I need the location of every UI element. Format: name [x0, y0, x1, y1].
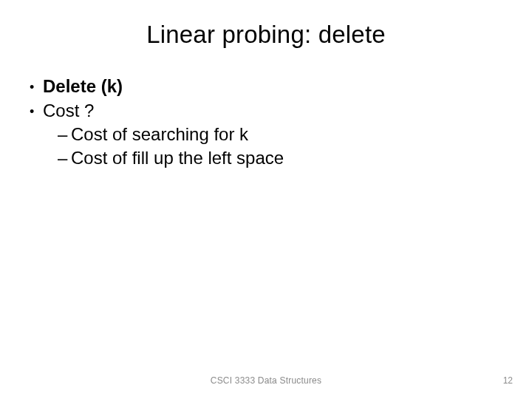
bullet-level1: • Delete (k) [30, 75, 502, 98]
slide-body: • Delete (k) • Cost ? – Cost of searchin… [0, 65, 532, 170]
bullet-dot-icon: • [30, 105, 43, 118]
bullet-level2: – Cost of searching for k [30, 123, 502, 146]
footer-course: CSCI 3333 Data Structures [0, 375, 532, 386]
bullet-text: Delete (k) [43, 75, 123, 98]
slide: Linear probing: delete • Delete (k) • Co… [0, 0, 532, 399]
bullet-text: Cost ? [43, 100, 94, 123]
bullet-text: Cost of searching for k [71, 123, 248, 146]
bullet-level1: • Cost ? [30, 100, 502, 123]
bullet-dash-icon: – [58, 147, 71, 170]
bullet-text: Cost of fill up the left space [71, 147, 284, 170]
slide-title: Linear probing: delete [0, 0, 532, 65]
footer-page-number: 12 [503, 375, 513, 386]
bullet-level2: – Cost of fill up the left space [30, 147, 502, 170]
bullet-dash-icon: – [58, 123, 71, 146]
bullet-dot-icon: • [30, 81, 43, 94]
